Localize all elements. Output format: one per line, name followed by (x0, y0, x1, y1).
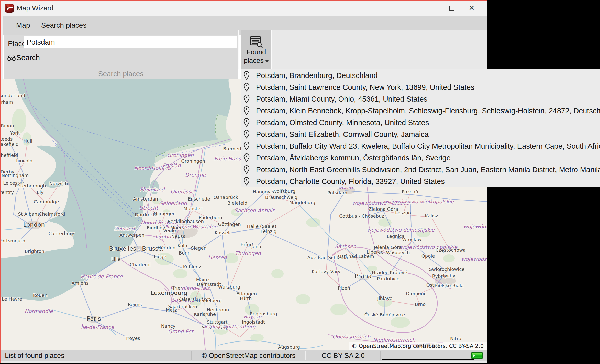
map-label-city: Moers (170, 225, 184, 230)
found-place-text: Potsdam, Buffalo City Ward 23, Kwelera, … (256, 142, 600, 150)
found-place-item[interactable]: Potsdam, Miami County, Ohio, 45361, Unit… (241, 93, 600, 105)
map-label-city: Plzeň (338, 285, 350, 291)
map-label-city: Chelmsford (39, 211, 65, 217)
search-places-group: Place Search Search places (4, 35, 238, 80)
map-label-city: Ripon (1, 123, 14, 128)
map-label-region: Hessen (208, 254, 227, 260)
found-place-text: Potsdam, Saint Elizabeth, Cornwall Count… (256, 130, 429, 139)
map-label-city: Potsdam (327, 190, 347, 195)
map-label-region: Fryslân (162, 162, 181, 169)
map-label-city: Kalisz (425, 213, 438, 218)
map-label-city: Amsterdam (133, 196, 160, 202)
status-message: List of found places (5, 350, 64, 361)
map-label-region: Normandie (25, 308, 53, 314)
map-label-city: Durham (1, 100, 13, 105)
place-input[interactable] (24, 36, 237, 48)
found-places-dropdown: Potsdam, Brandenburg, DeutschlandPotsdam… (241, 69, 600, 187)
found-place-item[interactable]: Potsdam, North East Greenhills Subdivisi… (241, 164, 600, 175)
map-label-city: Karlsruhe (194, 312, 216, 317)
map-label-city: Paderborn (199, 215, 222, 220)
map-label-big: Paris (87, 315, 101, 322)
ribbon-group-label: Search places (4, 70, 238, 78)
found-place-item[interactable]: Potsdam, Olmsted County, Minnesota, Unit… (241, 117, 600, 128)
map-label-big: Praha (355, 273, 372, 279)
found-places-label-1: Found (247, 48, 266, 57)
map-label-city: Osnabrück (214, 195, 238, 200)
map-label-region: Groningen (167, 152, 194, 158)
map-label-city: Reims (128, 302, 142, 307)
map-label-city: Lille (111, 257, 120, 262)
map-label-city: Cambridge (34, 199, 59, 204)
window-title: Map Wizard (17, 4, 53, 12)
map-label-city: Recklinghausen (168, 219, 204, 224)
map-pin-icon (243, 106, 250, 116)
map-label-city: Groningen (181, 158, 205, 164)
found-places-icon (250, 35, 263, 48)
map-label-city: Leszno (395, 210, 411, 215)
map-label-city: Koblenz (183, 264, 201, 269)
map-label-city: Rouen (33, 293, 48, 298)
map-label-region: Flevoland (140, 186, 165, 193)
found-place-item[interactable]: Potsdam, Åtvidabergs kommun, Östergötlan… (241, 152, 600, 164)
map-label-region: Zeeland (114, 226, 135, 232)
found-place-item[interactable]: Potsdam, Klein Bennebek, Kropp-Stapelhol… (241, 105, 600, 117)
window-bottom-strip (1, 361, 487, 363)
map-label-city: Amiens (72, 280, 89, 286)
map-label-region: Freie Hanse (214, 156, 245, 162)
progress-bar (382, 351, 485, 360)
map-label-city: Enschede (188, 196, 210, 202)
map-label-city: Poznań (402, 189, 418, 194)
statusbar: List of found places © OpenStreetMap con… (1, 350, 487, 361)
map-label-city: Portsmouth (1, 238, 25, 244)
map-label-city: Opole (421, 253, 435, 259)
search-button-label: Search (16, 53, 40, 62)
found-places-label-2: places (244, 57, 264, 64)
map-label-region: Utrecht (139, 205, 159, 211)
map-label-city: Sheffield (1, 152, 18, 158)
map-label-city: Metz (166, 307, 177, 313)
chevron-down-icon (265, 60, 269, 62)
map-label-region: województwo wielkopolskie (384, 198, 454, 205)
map-label-city: York (10, 130, 20, 136)
map-label-city: Coventry (1, 190, 14, 195)
map-label-big: London (23, 221, 45, 228)
map-label-city: Leipzig (260, 229, 276, 234)
found-place-item[interactable]: Potsdam, Saint Lawrence County, New York… (241, 81, 600, 93)
status-license: CC BY-SA 2.0 (305, 350, 381, 361)
map-label-region: województwo łódzkie (463, 224, 487, 230)
map-label-city: Brno (415, 302, 426, 307)
found-places-button[interactable]: Found places (241, 30, 271, 69)
found-place-item[interactable]: Potsdam, Brandenburg, Deutschland (241, 70, 600, 81)
app-icon (5, 3, 14, 13)
map-label-region: Overijssel (170, 189, 196, 195)
status-divider (380, 351, 381, 360)
status-osm-credit: © OpenStreetMap contributors (191, 350, 306, 361)
found-place-item[interactable]: Potsdam, Saint Elizabeth, Cornwall Count… (241, 128, 600, 140)
found-place-text: Potsdam, Charlotte County, Florida, 3392… (256, 177, 445, 186)
map-label-region: województwo śląskie (461, 256, 487, 262)
close-button[interactable]: ✕ (461, 1, 482, 16)
map-label-city: Tychy (442, 273, 455, 278)
map-label-city: Heidelberg (197, 298, 222, 303)
maximize-button[interactable] (441, 1, 462, 16)
map-label-city: Pardubice (377, 276, 399, 281)
found-place-item[interactable]: Potsdam, Charlotte County, Florida, 3392… (241, 175, 600, 187)
tab-map[interactable]: Map (14, 16, 32, 35)
map-label-city: Troyes (125, 336, 140, 341)
found-place-item[interactable]: Potsdam, Buffalo City Ward 23, Kwelera, … (241, 140, 600, 152)
found-place-text: Potsdam, Saint Lawrence County, New York… (256, 83, 474, 92)
map-label-city: Olomouc (406, 291, 426, 296)
search-button[interactable]: Search (7, 53, 40, 62)
map-label-region: Grand Est (168, 328, 194, 335)
map-label-city: Cottbus - Chóśebuz (339, 213, 384, 219)
tab-search-places[interactable]: Search places (39, 16, 88, 35)
ribbon-separator (238, 30, 239, 69)
found-place-text: Potsdam, North East Greenhills Subdivisi… (256, 166, 600, 174)
map-label-city: Norwich (49, 181, 68, 186)
map-pin-icon (243, 71, 250, 80)
map-label-city: Ely (37, 190, 43, 195)
map-label-city: Nancy (161, 323, 176, 329)
place-label: Place (8, 40, 26, 48)
map-label-city: Hannover (253, 189, 275, 194)
map-label-city: Fürth (240, 296, 252, 301)
